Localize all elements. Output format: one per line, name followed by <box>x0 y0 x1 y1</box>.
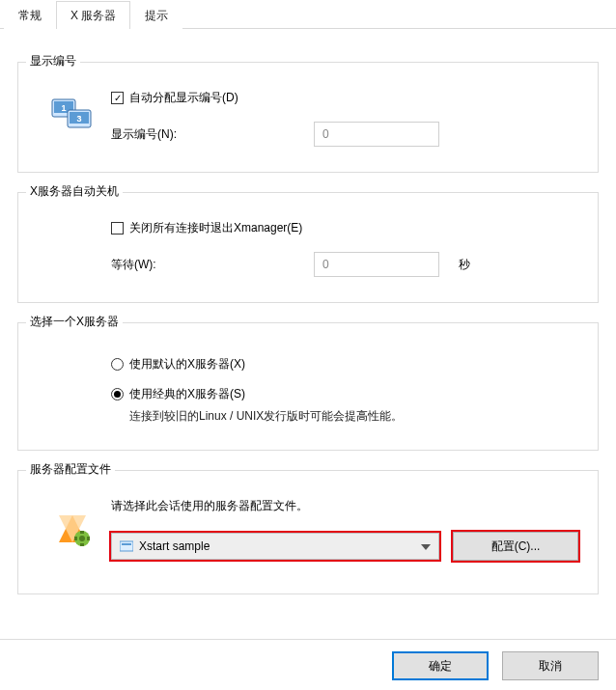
group-auto-shutdown: X服务器自动关机 关闭所有连接时退出Xmanager(E) 等待(W): 秒 <box>17 192 599 303</box>
tab-tips[interactable]: 提示 <box>130 1 182 29</box>
radio-icon <box>111 358 124 371</box>
configure-button-label: 配置(C)... <box>491 538 541 555</box>
cancel-button[interactable]: 取消 <box>502 651 599 680</box>
tab-general[interactable]: 常规 <box>4 1 56 29</box>
profile-selected-text: Xstart sample <box>139 539 210 553</box>
svg-rect-11 <box>87 537 90 540</box>
radio-icon <box>111 388 124 400</box>
group-title-select: 选择一个X服务器 <box>26 314 123 330</box>
checkbox-icon: ✓ <box>111 92 124 104</box>
configure-button[interactable]: 配置(C)... <box>453 532 578 561</box>
checkbox-icon <box>111 222 124 235</box>
cancel-button-label: 取消 <box>539 658 562 675</box>
svg-rect-10 <box>74 537 77 540</box>
radio-classic-label: 使用经典的X服务器(S) <box>129 386 245 402</box>
dialog-footer: 确定 取消 <box>0 639 616 690</box>
radio-default-label: 使用默认的X服务器(X) <box>129 356 245 373</box>
display-number-input[interactable] <box>314 122 439 147</box>
svg-rect-8 <box>80 531 84 534</box>
profile-item-icon <box>120 539 133 553</box>
group-server-profile: 服务器配置文件 请选择此会话使用的服务器配置 <box>17 470 599 594</box>
group-title-profile: 服务器配置文件 <box>26 461 115 478</box>
wait-label: 等待(W): <box>111 257 304 273</box>
auto-assign-label: 自动分配显示编号(D) <box>129 90 238 106</box>
profile-description: 请选择此会话使用的服务器配置文件。 <box>111 498 582 514</box>
auto-assign-display-checkbox[interactable]: ✓ 自动分配显示编号(D) <box>111 90 582 106</box>
wait-input[interactable] <box>314 252 439 277</box>
svg-rect-9 <box>80 543 84 546</box>
svg-rect-13 <box>122 543 131 545</box>
group-select-xserver: 选择一个X服务器 使用默认的X服务器(X) 使用经典的X服务器(S) 连接到较旧… <box>17 322 599 451</box>
svg-point-7 <box>79 536 85 541</box>
group-title-display: 显示编号 <box>26 53 80 69</box>
radio-classic-xserver[interactable]: 使用经典的X服务器(S) <box>111 386 582 402</box>
ok-button[interactable]: 确定 <box>392 651 489 680</box>
svg-text:3: 3 <box>76 114 81 124</box>
svg-rect-12 <box>120 541 133 551</box>
chevron-down-icon <box>421 539 431 553</box>
exit-on-close-label: 关闭所有连接时退出Xmanager(E) <box>129 220 302 236</box>
radio-default-xserver[interactable]: 使用默认的X服务器(X) <box>111 356 582 373</box>
svg-text:1: 1 <box>61 103 66 113</box>
wait-unit: 秒 <box>459 257 470 273</box>
exit-on-close-checkbox[interactable]: 关闭所有连接时退出Xmanager(E) <box>111 220 582 236</box>
group-title-shutdown: X服务器自动关机 <box>26 183 123 200</box>
xmanager-app-icon <box>53 510 92 551</box>
profile-select[interactable]: Xstart sample <box>111 533 439 560</box>
group-display-number: 显示编号 1 3 ✓ 自动分配显示编号(D) <box>17 62 599 173</box>
display-number-label: 显示编号(N): <box>111 126 304 143</box>
tab-bar: 常规 X 服务器 提示 <box>0 0 616 29</box>
monitors-icon: 1 3 <box>51 98 94 138</box>
tab-xserver[interactable]: X 服务器 <box>56 1 130 29</box>
ok-button-label: 确定 <box>429 658 452 675</box>
classic-hint: 连接到较旧的Linux / UNIX发行版时可能会提高性能。 <box>129 408 582 425</box>
